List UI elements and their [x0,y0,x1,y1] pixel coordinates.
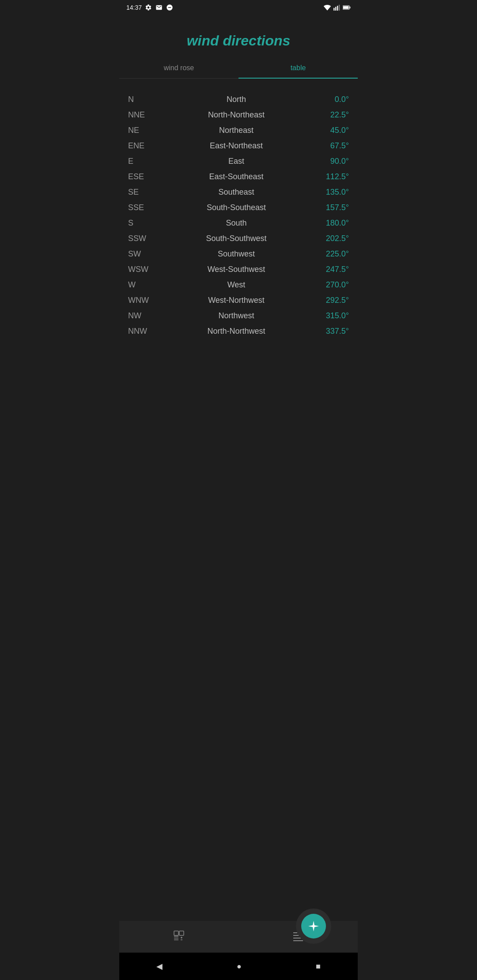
direction-abbr: N [128,95,163,104]
svg-rect-2 [337,6,338,11]
svg-rect-3 [339,5,340,11]
direction-abbr: SSW [128,234,163,243]
android-recents[interactable]: ■ [307,959,329,974]
table-row: NNENorth-Northeast22.5° [128,107,349,123]
direction-abbr: WSW [128,265,163,274]
direction-abbr: S [128,219,163,228]
table-row: SWSouthwest225.0° [128,246,349,262]
svg-rect-1 [335,7,336,11]
direction-name: North-Northwest [163,327,309,336]
direction-degrees: 202.5° [309,234,349,243]
svg-rect-6 [343,6,348,9]
wind-table: NNorth0.0°NNENorth-Northeast22.5°NENorth… [119,87,358,921]
android-nav: ◀ ● ■ [119,953,358,980]
android-home[interactable]: ● [228,959,250,974]
fab-button[interactable] [301,914,326,939]
android-back[interactable]: ◀ [148,959,171,974]
calculator-icon [173,930,185,942]
settings-icon [144,4,152,11]
direction-degrees: 225.0° [309,249,349,259]
direction-name: West-Northwest [163,296,309,305]
direction-name: North-Northeast [163,110,309,120]
table-row: ESEEast-Southeast112.5° [128,169,349,185]
fab-container [296,908,331,944]
svg-rect-7 [174,931,178,935]
nav-calculator[interactable] [164,926,194,946]
direction-name: Northwest [163,311,309,320]
table-row: NNWNorth-Northwest337.5° [128,324,349,339]
svg-rect-11 [179,931,184,935]
table-row: NENortheast45.0° [128,123,349,138]
table-row: SSouth180.0° [128,215,349,231]
svg-rect-0 [333,8,334,11]
direction-name: East-Southeast [163,172,309,181]
direction-degrees: 22.5° [309,110,349,120]
direction-name: Northeast [163,126,309,135]
table-row: SSWSouth-Southwest202.5° [128,231,349,246]
direction-degrees: 45.0° [309,126,349,135]
direction-name: Southeast [163,188,309,197]
direction-abbr: SW [128,249,163,259]
direction-degrees: 315.0° [309,311,349,320]
table-row: NWNorthwest315.0° [128,308,349,324]
table-row: WNWWest-Northwest292.5° [128,293,349,308]
direction-name: South [163,219,309,228]
direction-abbr: NNW [128,327,163,336]
direction-abbr: NNE [128,110,163,120]
direction-degrees: 135.0° [309,188,349,197]
tabs: wind rose table [119,58,358,79]
table-row: WSWWest-Southwest247.5° [128,262,349,277]
direction-name: West-Southwest [163,265,309,274]
direction-name: North [163,95,309,104]
direction-degrees: 157.5° [309,203,349,212]
direction-name: East-Northeast [163,141,309,151]
page-title: wind directions [119,15,358,58]
direction-abbr: ESE [128,172,163,181]
direction-abbr: ENE [128,141,163,151]
direction-name: South-Southwest [163,234,309,243]
direction-degrees: 112.5° [309,172,349,181]
tab-table[interactable]: table [238,58,358,78]
svg-marker-19 [308,921,319,931]
svg-rect-5 [349,7,350,8]
battery-icon [343,4,351,11]
table-row: WWest270.0° [128,277,349,293]
table-row: SESoutheast135.0° [128,185,349,200]
direction-name: West [163,280,309,290]
direction-degrees: 90.0° [309,157,349,166]
status-right [323,4,351,11]
status-bar: 14:37 [119,0,358,15]
direction-abbr: SSE [128,203,163,212]
direction-degrees: 247.5° [309,265,349,274]
table-row: EEast90.0° [128,154,349,169]
direction-name: East [163,157,309,166]
bottom-nav [119,921,358,953]
table-row: SSESouth-Southeast157.5° [128,200,349,215]
status-left: 14:37 [126,4,174,11]
direction-degrees: 337.5° [309,327,349,336]
direction-degrees: 270.0° [309,280,349,290]
mail-icon [155,4,163,11]
direction-degrees: 292.5° [309,296,349,305]
direction-abbr: WNW [128,296,163,305]
dnd-icon [166,4,174,11]
direction-name: Southwest [163,249,309,259]
direction-abbr: SE [128,188,163,197]
direction-abbr: NE [128,126,163,135]
signal-icon [333,4,341,11]
wifi-icon [323,4,331,11]
status-time: 14:37 [126,4,142,11]
direction-degrees: 0.0° [309,95,349,104]
direction-abbr: E [128,157,163,166]
direction-abbr: NW [128,311,163,320]
tab-wind-rose[interactable]: wind rose [119,58,238,78]
table-row: NNorth0.0° [128,92,349,107]
direction-name: South-Southeast [163,203,309,212]
direction-degrees: 67.5° [309,141,349,151]
direction-abbr: W [128,280,163,290]
table-row: ENEEast-Northeast67.5° [128,138,349,154]
direction-degrees: 180.0° [309,219,349,228]
